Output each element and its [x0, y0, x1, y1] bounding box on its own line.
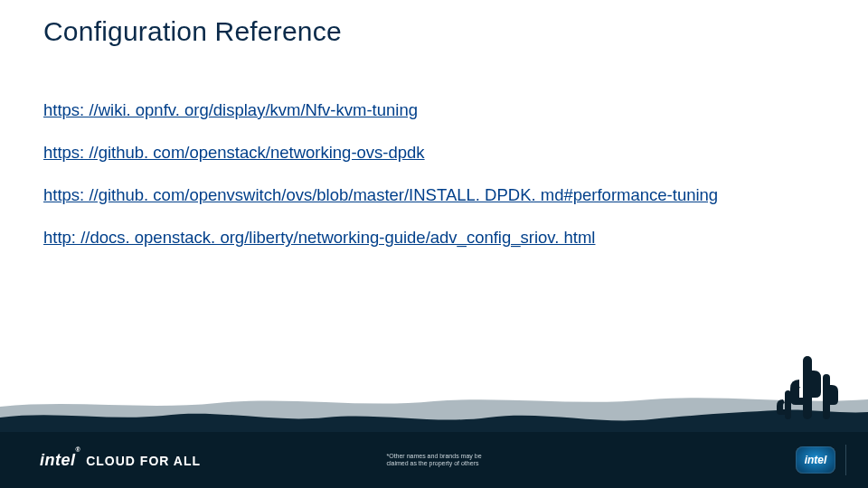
brand-intel-wordmark: intel® [40, 451, 80, 470]
footer-disclaimer: *Other names and brands may be claimed a… [386, 453, 481, 468]
link-openstack-sriov-guide[interactable]: http: //docs. openstack. org/liberty/net… [43, 228, 595, 247]
link-line: https: //wiki. opnfv. org/display/kvm/Nf… [43, 99, 825, 120]
intel-chip-badge: intel [796, 446, 835, 474]
footer-bar: intel® CLOUD FOR ALL *Other names and br… [0, 432, 868, 488]
footer-divider [845, 445, 846, 475]
slide-title: Configuration Reference [43, 16, 825, 47]
link-openstack-ovs-dpdk[interactable]: https: //github. com/openstack/networkin… [43, 143, 425, 162]
svg-rect-0 [803, 356, 812, 419]
svg-rect-1 [823, 374, 830, 419]
link-line: https: //github. com/openvswitch/ovs/blo… [43, 184, 825, 205]
link-line: https: //github. com/openstack/networkin… [43, 142, 825, 163]
content-area: Configuration Reference https: //wiki. o… [0, 0, 868, 249]
chip-label: intel [805, 454, 827, 466]
landscape-silhouette [0, 354, 868, 434]
link-line: http: //docs. openstack. org/liberty/net… [43, 227, 825, 248]
slide: Configuration Reference https: //wiki. o… [0, 0, 868, 488]
brand-tagline: CLOUD FOR ALL [86, 454, 201, 468]
link-ovs-install-dpdk-perf[interactable]: https: //github. com/openvswitch/ovs/blo… [43, 185, 718, 204]
svg-rect-2 [785, 390, 791, 419]
registered-mark: ® [76, 446, 81, 453]
brand-lockup: intel® CLOUD FOR ALL [40, 451, 201, 470]
brand-intel-text: intel [40, 451, 76, 469]
link-opnfv-kvm-tuning[interactable]: https: //wiki. opnfv. org/display/kvm/Nf… [43, 100, 418, 119]
